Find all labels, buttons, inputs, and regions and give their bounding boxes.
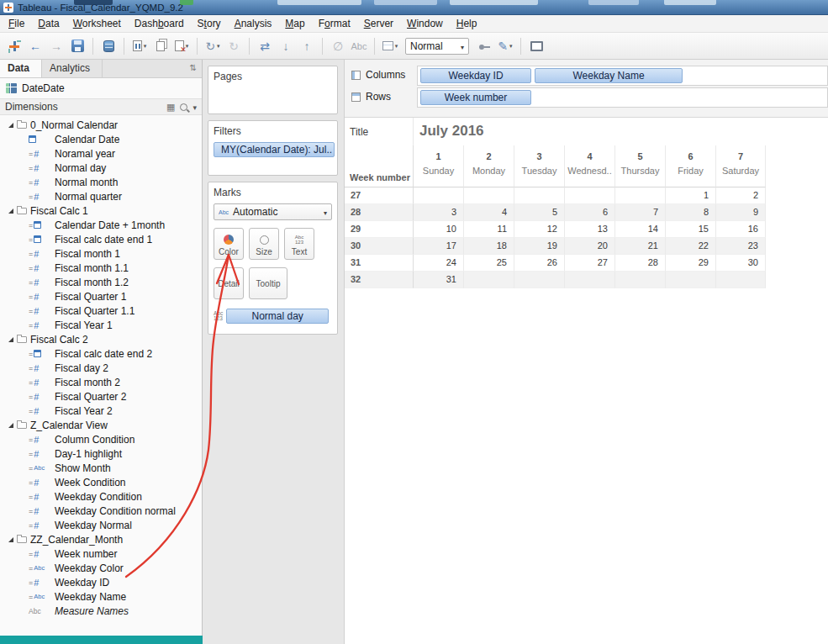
expander-icon[interactable] bbox=[8, 123, 13, 128]
folder-zz-calendar-month[interactable]: ZZ_Calendar_Month bbox=[0, 532, 202, 546]
cell-week-29-day-5[interactable]: 14 bbox=[614, 221, 665, 238]
cell-week-31-day-1[interactable]: 24 bbox=[413, 255, 463, 272]
expander-icon[interactable] bbox=[8, 209, 13, 214]
highlight-button[interactable] bbox=[496, 37, 514, 55]
title-gutter-label[interactable]: Title bbox=[350, 126, 368, 138]
field-normal-month[interactable]: =#Normal month bbox=[0, 175, 202, 189]
menu-map[interactable]: Map bbox=[278, 16, 311, 31]
menu-window[interactable]: Window bbox=[400, 16, 450, 31]
cell-week-30-day-3[interactable]: 19 bbox=[514, 238, 564, 255]
text-button[interactable]: Text bbox=[284, 228, 314, 260]
cell-week-30-day-6[interactable]: 22 bbox=[665, 238, 715, 255]
folder-fiscal-calc-2[interactable]: Fiscal Calc 2 bbox=[0, 332, 202, 346]
view-as-list-icon[interactable] bbox=[166, 101, 175, 113]
field-normal-quarter[interactable]: =#Normal quarter bbox=[0, 189, 202, 203]
field-weekday-id[interactable]: =#Weekday ID bbox=[0, 575, 202, 589]
cell-week-27-day-7[interactable]: 2 bbox=[715, 187, 766, 204]
field-normal-day[interactable]: =#Normal day bbox=[0, 161, 202, 175]
cell-week-27-day-6[interactable]: 1 bbox=[665, 187, 715, 204]
run-update-button[interactable] bbox=[224, 37, 243, 55]
search-icon[interactable] bbox=[180, 103, 187, 111]
pill-week-number[interactable]: Week number bbox=[420, 90, 531, 105]
tab-analytics[interactable]: Analytics bbox=[42, 60, 103, 77]
cell-week-29-day-7[interactable]: 16 bbox=[715, 221, 766, 238]
field-calendar-date-1month[interactable]: =Calendar Date + 1month bbox=[0, 218, 202, 232]
pill-weekday-name[interactable]: Weekday Name bbox=[535, 68, 683, 83]
new-worksheet-button[interactable] bbox=[130, 37, 149, 55]
column-header-saturday[interactable]: 7Saturday bbox=[715, 145, 766, 187]
sort-ascending-button[interactable] bbox=[277, 37, 295, 55]
clear-sheet-button[interactable] bbox=[172, 37, 191, 55]
cell-week-31-day-7[interactable]: 30 bbox=[715, 255, 766, 272]
folder-fiscal-calc-1[interactable]: Fiscal Calc 1 bbox=[0, 203, 202, 218]
cell-week-32-day-4[interactable] bbox=[564, 272, 614, 288]
field-fiscal-month-1-2[interactable]: =#Fiscal month 1.2 bbox=[0, 275, 202, 289]
menu-worksheet[interactable]: Worksheet bbox=[66, 16, 128, 31]
cell-week-31-day-2[interactable]: 25 bbox=[463, 255, 514, 272]
mark-type-dropdown[interactable]: Automatic bbox=[214, 203, 332, 220]
pane-resize-icon[interactable] bbox=[190, 63, 197, 72]
duplicate-sheet-button[interactable] bbox=[151, 37, 170, 55]
menu-analysis[interactable]: Analysis bbox=[228, 16, 279, 31]
row-header-32[interactable]: 32 bbox=[345, 272, 413, 288]
detail-button[interactable]: Detail bbox=[214, 267, 244, 299]
save-button[interactable] bbox=[68, 37, 87, 55]
cell-week-27-day-4[interactable] bbox=[564, 187, 614, 204]
cell-week-31-day-3[interactable]: 26 bbox=[514, 255, 564, 272]
cell-week-31-day-5[interactable]: 28 bbox=[614, 255, 665, 272]
field-show-month[interactable]: =AbcShow Month bbox=[0, 461, 202, 475]
cell-week-30-day-5[interactable]: 21 bbox=[614, 238, 665, 255]
field-fiscal-month-2[interactable]: =#Fiscal month 2 bbox=[0, 375, 202, 389]
column-header-friday[interactable]: 6Friday bbox=[665, 145, 715, 187]
column-header-tuesday[interactable]: 3Tuesday bbox=[514, 145, 564, 187]
pill-weekday-id[interactable]: Weekday ID bbox=[420, 68, 531, 83]
menu-dashboard[interactable]: Dashboard bbox=[128, 16, 191, 31]
folder-z-calendar-view[interactable]: Z_Calendar View bbox=[0, 418, 202, 432]
color-button[interactable]: Color bbox=[214, 228, 244, 260]
tab-data[interactable]: Data bbox=[0, 60, 42, 77]
cell-week-32-day-7[interactable] bbox=[715, 272, 766, 288]
cell-week-31-day-4[interactable]: 27 bbox=[564, 255, 614, 272]
field-weekday-normal[interactable]: =#Weekday Normal bbox=[0, 518, 202, 532]
presentation-mode-button[interactable] bbox=[527, 37, 546, 55]
add-datasource-button[interactable] bbox=[99, 37, 118, 55]
row-header-29[interactable]: 29 bbox=[345, 221, 413, 238]
field-fiscal-year-2[interactable]: =#Fiscal Year 2 bbox=[0, 404, 202, 418]
field-fiscal-day-2[interactable]: =#Fiscal day 2 bbox=[0, 361, 202, 375]
expander-icon[interactable] bbox=[8, 337, 13, 342]
cell-week-27-day-5[interactable] bbox=[614, 187, 665, 204]
cell-week-27-day-3[interactable] bbox=[514, 187, 564, 204]
columns-shelf[interactable]: Weekday ID Weekday Name bbox=[417, 66, 828, 86]
cell-week-29-day-1[interactable]: 10 bbox=[413, 221, 463, 238]
cell-week-28-day-3[interactable]: 5 bbox=[514, 204, 564, 221]
row-header-31[interactable]: 31 bbox=[345, 255, 413, 272]
cell-week-29-day-4[interactable]: 13 bbox=[564, 221, 614, 238]
cell-week-30-day-2[interactable]: 18 bbox=[463, 238, 514, 255]
field-measure-names[interactable]: AbcMeasure Names bbox=[0, 604, 202, 618]
menu-server[interactable]: Server bbox=[357, 16, 400, 31]
field-weekday-condition-normal[interactable]: =#Weekday Condition normal bbox=[0, 504, 202, 518]
expander-icon[interactable] bbox=[8, 423, 13, 428]
show-hide-cards-button[interactable] bbox=[381, 37, 399, 55]
auto-update-button[interactable] bbox=[203, 37, 222, 55]
field-fiscal-year-1[interactable]: =#Fiscal Year 1 bbox=[0, 318, 202, 332]
undo-button[interactable] bbox=[26, 37, 45, 55]
cell-week-27-day-2[interactable] bbox=[463, 187, 514, 204]
sheet-title[interactable]: July 2016 bbox=[419, 123, 484, 140]
fix-axes-button[interactable] bbox=[475, 37, 493, 55]
field-weekday-condition[interactable]: =#Weekday Condition bbox=[0, 489, 202, 504]
size-button[interactable]: Size bbox=[249, 228, 279, 260]
field-fiscal-quarter-1-1[interactable]: =#Fiscal Quarter 1.1 bbox=[0, 304, 202, 318]
column-header-thursday[interactable]: 5Thursday bbox=[614, 145, 665, 187]
sort-descending-button[interactable] bbox=[298, 37, 316, 55]
column-header-wednesd[interactable]: 4Wednesd.. bbox=[564, 145, 614, 187]
column-header-sunday[interactable]: 1Sunday bbox=[413, 145, 463, 187]
datasource-item[interactable]: DateDate bbox=[0, 78, 202, 98]
field-fiscal-month-1[interactable]: =#Fiscal month 1 bbox=[0, 246, 202, 261]
menu-story[interactable]: Story bbox=[191, 16, 228, 31]
cell-week-32-day-2[interactable] bbox=[463, 272, 514, 288]
cell-week-29-day-3[interactable]: 12 bbox=[514, 221, 564, 238]
cell-week-28-day-5[interactable]: 7 bbox=[614, 204, 665, 221]
field-column-condition[interactable]: =#Column Condition bbox=[0, 432, 202, 446]
menu-format[interactable]: Format bbox=[312, 16, 357, 31]
